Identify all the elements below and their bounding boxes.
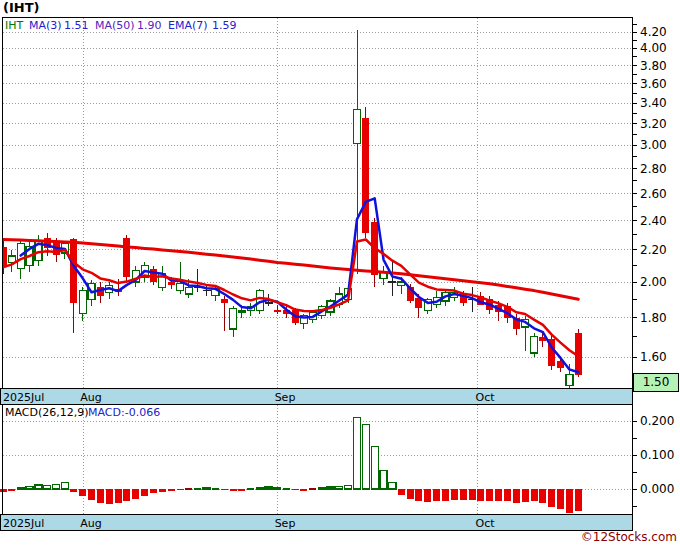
svg-text:2.40: 2.40 xyxy=(640,214,667,228)
legend-ma3-value: 1.51 xyxy=(64,19,89,32)
svg-text:Oct: Oct xyxy=(475,391,495,404)
price-legend: IHT MA(3) 1.51 MA(50) 1.90 EMA(7) 1.59 xyxy=(0,19,632,32)
svg-text:0.100: 0.100 xyxy=(640,448,674,462)
svg-text:3.20: 3.20 xyxy=(640,117,667,131)
svg-text:2.80: 2.80 xyxy=(640,162,667,176)
legend-ma50-value: 1.90 xyxy=(137,19,162,32)
svg-text:Sep: Sep xyxy=(275,391,296,404)
svg-text:2.20: 2.20 xyxy=(640,243,667,257)
svg-text:Sep: Sep xyxy=(275,517,296,530)
svg-text:1.80: 1.80 xyxy=(640,311,667,325)
svg-text:0.200: 0.200 xyxy=(640,414,674,428)
legend-ma50-label: MA(50) xyxy=(95,19,135,32)
svg-text:Aug: Aug xyxy=(80,517,101,530)
svg-text:3.40: 3.40 xyxy=(640,96,667,110)
svg-text:2.60: 2.60 xyxy=(640,187,667,201)
last-price-badge: 1.50 xyxy=(633,373,679,392)
macd-legend: MACD(26,12,9) MACD:-0.066 xyxy=(0,406,632,419)
svg-text:1.60: 1.60 xyxy=(640,350,667,364)
branding-watermark: ©12Stocks.com xyxy=(581,530,677,544)
svg-text:0.000: 0.000 xyxy=(640,482,674,496)
legend-ema7-value: 1.59 xyxy=(212,19,237,32)
macd-legend-label: MACD(26,12,9) xyxy=(5,406,89,419)
svg-text:2025Jul: 2025Jul xyxy=(3,391,44,404)
legend-ema7-label: EMA(7) xyxy=(168,19,208,32)
chart-canvas: 2025JulAugSepOct2025JulAugSepOct4.204.00… xyxy=(0,0,680,546)
stock-chart-page: (IHT) 2025JulAugSepOct2025JulAugSepOct4.… xyxy=(0,0,680,546)
svg-text:Oct: Oct xyxy=(475,517,495,530)
svg-text:4.20: 4.20 xyxy=(640,25,667,39)
macd-legend-value: MACD:-0.066 xyxy=(88,406,160,419)
svg-text:2025Jul: 2025Jul xyxy=(3,517,44,530)
svg-text:3.00: 3.00 xyxy=(640,138,667,152)
legend-symbol: IHT xyxy=(5,19,23,32)
legend-ma3-label: MA(3) xyxy=(29,19,62,32)
svg-text:3.80: 3.80 xyxy=(640,59,667,73)
svg-text:Aug: Aug xyxy=(80,391,101,404)
svg-text:4.00: 4.00 xyxy=(640,41,667,55)
svg-text:2.00: 2.00 xyxy=(640,275,667,289)
svg-text:3.60: 3.60 xyxy=(640,77,667,91)
